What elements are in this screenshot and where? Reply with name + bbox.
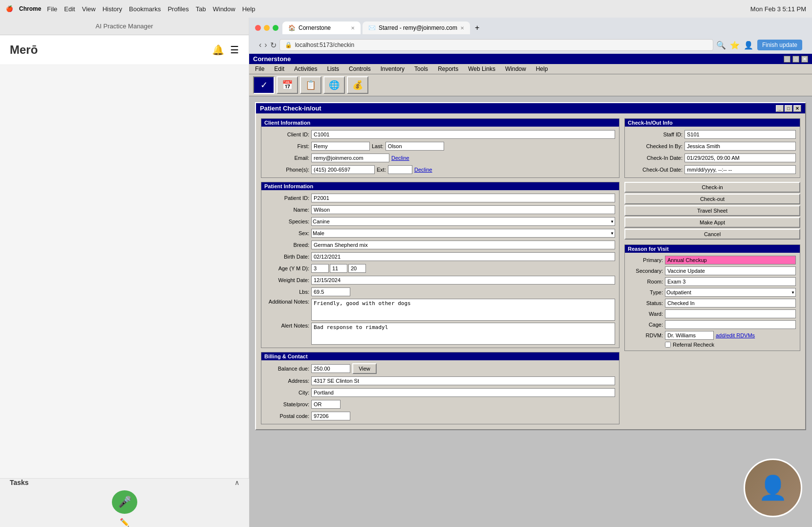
tab-gmail[interactable]: ✉️ Starred - remy@joinmero.com ✕ — [363, 22, 470, 34]
cs-toolbar-web-button[interactable]: 🌐 — [323, 76, 345, 94]
staff-id-input[interactable] — [684, 130, 796, 139]
ext-input[interactable] — [388, 165, 412, 174]
dialog-minimize-button[interactable]: _ — [776, 105, 784, 112]
mac-menu-view[interactable]: View — [82, 5, 96, 13]
notification-icon[interactable]: 🔔 — [212, 44, 224, 56]
cs-menu-inventory[interactable]: Inventory — [379, 65, 406, 73]
cs-menu-lists[interactable]: Lists — [325, 65, 341, 73]
postal-input[interactable] — [311, 412, 350, 420]
mic-button[interactable]: 🎤 — [112, 490, 137, 514]
referral-recheck-checkbox[interactable] — [665, 342, 671, 348]
apple-logo[interactable]: 🍎 — [6, 5, 13, 12]
cs-toolbar-billing-button[interactable]: 💰 — [347, 76, 368, 94]
maximize-window-button[interactable] — [273, 25, 278, 31]
new-tab-button[interactable]: + — [472, 23, 482, 32]
menu-icon[interactable]: ☰ — [230, 44, 239, 56]
cs-menu-activities[interactable]: Activities — [292, 65, 319, 73]
tab-cornerstone[interactable]: 🏠 Cornerstone ✕ — [282, 22, 361, 34]
travel-sheet-button[interactable]: Travel Sheet — [624, 205, 800, 216]
species-select[interactable]: Canine Feline Avian — [311, 217, 615, 226]
cancel-button[interactable]: Cancel — [624, 229, 800, 240]
balance-due-input[interactable] — [311, 364, 350, 373]
last-name-input[interactable] — [385, 142, 444, 151]
status-input[interactable] — [665, 299, 796, 307]
patient-name-input[interactable] — [311, 205, 615, 214]
breed-input[interactable] — [311, 241, 615, 249]
weight-date-input[interactable] — [311, 276, 615, 285]
cs-menu-tools[interactable]: Tools — [412, 65, 430, 73]
cs-menu-controls[interactable]: Controls — [347, 65, 373, 73]
checkin-date-input[interactable] — [684, 154, 796, 162]
state-input[interactable] — [311, 400, 341, 409]
cs-menu-weblinks[interactable]: Web Links — [466, 65, 497, 73]
mac-menu-file[interactable]: File — [47, 5, 57, 13]
primary-input[interactable] — [665, 256, 796, 264]
back-button[interactable]: ‹ — [259, 41, 261, 49]
finish-update-button[interactable]: Finish update — [757, 40, 802, 50]
checkin-button[interactable]: Check-in — [624, 182, 800, 193]
cs-maximize-button[interactable]: □ — [792, 56, 799, 63]
mac-menu-tab[interactable]: Tab — [196, 5, 206, 13]
dialog-close-button[interactable]: ✕ — [793, 105, 801, 112]
room-input[interactable] — [665, 277, 796, 286]
first-name-input[interactable] — [311, 142, 370, 151]
mac-menu-bookmarks[interactable]: Bookmarks — [129, 5, 161, 13]
minimize-window-button[interactable] — [264, 25, 270, 31]
cs-close-button[interactable]: ✕ — [801, 56, 808, 63]
sex-select[interactable]: Male Female — [311, 229, 615, 238]
mac-menu-edit[interactable]: Edit — [64, 5, 75, 13]
checkout-button[interactable]: Check-out — [624, 194, 800, 204]
client-id-input[interactable] — [311, 130, 615, 139]
cs-toolbar-checkin-button[interactable]: ✓ — [253, 76, 275, 94]
type-select[interactable]: Outpatient Inpatient — [665, 288, 796, 297]
edit-icon[interactable]: ✏️ — [120, 518, 129, 527]
cs-menu-help[interactable]: Help — [534, 65, 550, 73]
reload-button[interactable]: ↻ — [270, 41, 277, 50]
make-appt-button[interactable]: Make Appt — [624, 217, 800, 228]
cs-menu-edit[interactable]: Edit — [272, 65, 286, 73]
address-bar[interactable]: 🔒 localhost:5173/checkin — [279, 39, 713, 51]
profile-icon[interactable]: 👤 — [744, 41, 753, 50]
mac-menu-profiles[interactable]: Profiles — [168, 5, 189, 13]
patient-id-input[interactable] — [311, 194, 615, 202]
email-decline-link[interactable]: Decline — [391, 155, 409, 161]
phone-input[interactable] — [311, 165, 375, 174]
age-months-input[interactable] — [330, 264, 347, 273]
cs-minimize-button[interactable]: _ — [784, 56, 791, 63]
ward-input[interactable] — [665, 309, 796, 318]
cs-toolbar-clipboard-button[interactable]: 📋 — [300, 76, 321, 94]
collapse-arrow-icon[interactable]: ∧ — [235, 479, 239, 486]
view-balance-button[interactable]: View — [352, 363, 377, 374]
age-years-input[interactable] — [311, 264, 329, 273]
tab-cornerstone-close[interactable]: ✕ — [351, 25, 355, 31]
checked-in-by-input[interactable] — [684, 142, 796, 151]
additional-notes-textarea[interactable]: Friendly, good with other dogs — [311, 299, 615, 321]
cage-input[interactable] — [665, 320, 796, 329]
city-input[interactable] — [311, 388, 615, 397]
email-input[interactable] — [311, 154, 389, 162]
phone-decline-link[interactable]: Decline — [414, 167, 432, 173]
search-icon[interactable]: 🔍 — [716, 41, 726, 50]
birth-date-input[interactable] — [311, 252, 615, 261]
cs-menu-reports[interactable]: Reports — [436, 65, 460, 73]
checkout-date-input[interactable] — [684, 165, 796, 174]
mac-menu-help[interactable]: Help — [242, 5, 256, 13]
cs-menu-window[interactable]: Window — [503, 65, 528, 73]
rdvm-input[interactable] — [665, 331, 714, 340]
forward-button[interactable]: › — [264, 41, 267, 49]
add-edit-rdvms-link[interactable]: add/edit RDVMs — [716, 332, 755, 338]
age-days-input[interactable] — [348, 264, 366, 273]
dialog-restore-button[interactable]: □ — [785, 105, 792, 112]
chrome-menu[interactable]: Chrome — [19, 5, 41, 12]
mac-menu-history[interactable]: History — [103, 5, 122, 13]
tab-gmail-close[interactable]: ✕ — [460, 25, 464, 31]
cs-toolbar-calendar-button[interactable]: 📅 — [277, 76, 298, 94]
bookmark-icon[interactable]: ⭐ — [730, 41, 740, 50]
secondary-input[interactable] — [665, 266, 796, 275]
close-window-button[interactable] — [255, 25, 261, 31]
alert-notes-textarea[interactable]: Bad response to rimadyl — [311, 323, 615, 345]
cs-menu-file[interactable]: File — [253, 65, 266, 73]
lbs-input[interactable] — [311, 287, 350, 296]
address-input[interactable] — [311, 376, 615, 385]
mac-menu-window[interactable]: Window — [213, 5, 235, 13]
